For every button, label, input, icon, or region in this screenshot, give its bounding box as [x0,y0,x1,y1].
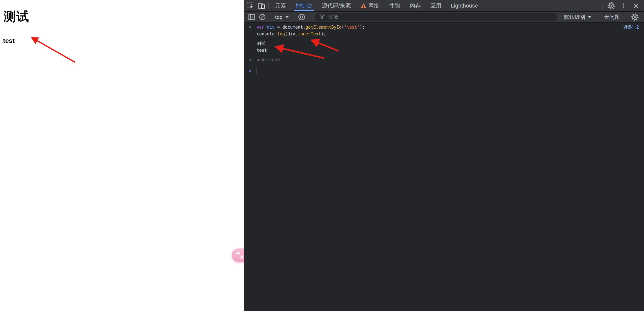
code-token-function: getElementById [306,25,342,30]
sidebar-toggle-icon [248,13,255,21]
inspect-cursor-icon [246,2,254,10]
gear-icon [631,13,639,21]
log-level-selector[interactable]: 默认级别 [561,14,595,21]
log-line: 测试 [257,40,639,47]
tab-label: 内存 [410,2,421,10]
page-title: 测试 [4,8,244,25]
tab-元素[interactable]: 元素 [270,0,291,11]
devtools-tabbar: 元素控制台源代码/来源网络性能内存应用Lighthouse [244,0,644,12]
console-prompt[interactable]: > [244,65,644,74]
context-label: top [275,14,283,20]
tab-label: 网络 [368,2,379,10]
tab-label: Lighthouse [451,3,478,9]
code-token-variable: div [267,25,275,30]
close-devtools-button[interactable] [630,2,641,9]
device-toolbar-icon [257,2,265,10]
settings-button[interactable] [606,2,617,10]
ime-language-badge[interactable]: 中 A [232,248,244,262]
chevron-down-icon [285,16,289,18]
console-input-code: var div = document.getElementById('test'… [257,24,624,37]
warning-triangle-icon [360,3,367,9]
divider [294,14,294,20]
divider [309,14,309,20]
code-token-plain: (div. [285,31,298,36]
gear-icon [607,2,615,10]
console-result-message: <· undefined [244,55,644,65]
code-token-function: log [277,31,285,36]
text-cursor [257,68,257,74]
divider [626,14,626,20]
code-token-plain: ); [321,31,326,36]
source-location-link[interactable]: VM54:2 [624,24,639,31]
divider [270,14,270,20]
tab-内存[interactable]: 内存 [405,0,425,11]
console-input-echo: > var div = document.getElementById('tes… [244,23,644,39]
log-line: test [257,47,639,54]
device-toolbar-button[interactable] [256,0,267,11]
console-messages: > var div = document.getElementById('tes… [244,23,644,74]
code-token-keyword: var [257,25,267,30]
return-value-icon: <· [244,57,257,63]
console-log-message: 测试test [244,39,644,55]
eye-icon [298,13,306,21]
console-input-chevron-icon: > [244,24,257,31]
toolbar-right-controls: 默认级别 无问题 [561,13,642,21]
filter-placeholder: 过滤 [328,14,339,21]
tab-Lighthouse[interactable]: Lighthouse [446,0,483,11]
divider [602,3,602,9]
tab-label: 性能 [389,2,400,10]
code-token-plain: ); [359,25,365,30]
tabbar-right-controls [600,0,644,11]
tab-源代码/来源[interactable]: 源代码/来源 [317,0,356,11]
tab-应用[interactable]: 应用 [425,0,446,11]
tab-label: 应用 [430,2,441,10]
divider [268,3,269,9]
console-log-output: 测试test [257,40,639,54]
clear-console-icon [259,13,266,21]
console-settings-button[interactable] [629,13,640,21]
issues-counter[interactable]: 无问题 [601,14,623,21]
tab-网络[interactable]: 网络 [356,0,384,11]
console-toolbar: top 过滤 默认级别 无问题 [244,12,644,23]
console-sidebar-toggle[interactable] [246,13,257,21]
page-body-text: test [3,37,244,45]
kebab-menu-icon [620,3,627,9]
console-result-value: undefined [257,57,639,63]
live-expression-button[interactable] [296,13,307,21]
code-token-plain: console. [257,31,277,36]
code-line: console.log(div.innerText); [257,31,624,37]
devtools-panel: 元素控制台源代码/来源网络性能内存应用Lighthouse [244,0,644,311]
code-line: var div = document.getElementById('test'… [257,24,624,31]
chevron-down-icon [588,16,592,18]
filter-funnel-icon [318,14,325,20]
devtools-tabs: 元素控制台源代码/来源网络性能内存应用Lighthouse [270,0,483,11]
clear-console-button[interactable] [257,13,268,21]
tab-label: 源代码/来源 [322,2,351,10]
more-options-button[interactable] [618,3,629,9]
translate-icon: 中 A [232,248,244,262]
prompt-chevron-icon: > [249,68,251,74]
tab-label: 控制台 [296,2,312,10]
code-token-plain: ( [342,25,344,30]
execution-context-selector[interactable]: top [272,14,292,20]
inspect-element-button[interactable] [244,0,256,11]
tab-label: 元素 [275,2,286,10]
code-token-plain: = document. [275,25,306,30]
code-token-function: innerText [298,31,321,36]
divider [598,14,598,20]
console-filter-input[interactable]: 过滤 [315,13,557,21]
browser-page: 测试 test 中 A [0,0,244,311]
tab-性能[interactable]: 性能 [384,0,405,11]
close-icon [632,2,639,9]
tab-控制台[interactable]: 控制台 [291,0,317,11]
code-token-string: 'test' [344,25,359,30]
